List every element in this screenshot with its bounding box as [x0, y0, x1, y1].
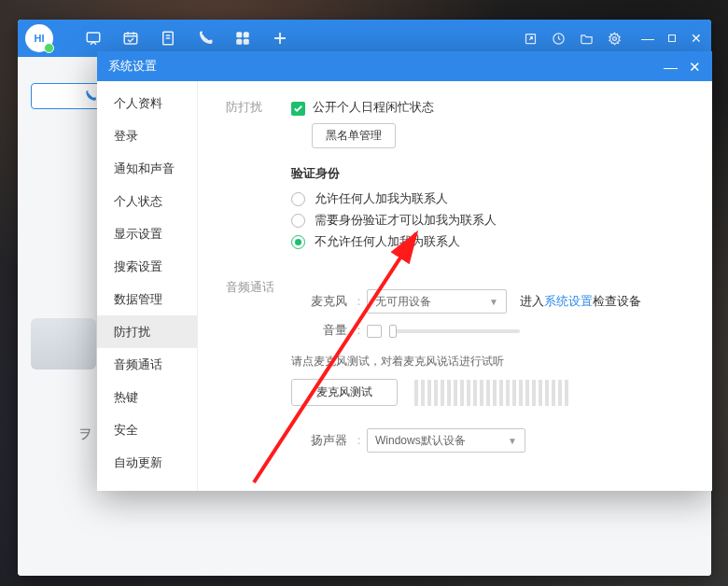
settings-titlebar: 系统设置 — ✕ [97, 51, 712, 81]
mic-label: 麦克风 [291, 294, 347, 310]
dialog-close-icon[interactable]: ✕ [689, 60, 701, 74]
radio-label: 不允许任何人加我为联系人 [315, 234, 460, 250]
public-busy-label: 公开个人日程闲忙状态 [313, 100, 434, 116]
public-busy-checkbox[interactable] [291, 102, 305, 116]
sidebar-item[interactable]: 显示设置 [97, 217, 197, 250]
radio-icon [291, 214, 305, 228]
radio-label: 需要身份验证才可以加我为联系人 [315, 213, 497, 229]
calendar-icon[interactable] [122, 30, 139, 47]
verify-radio-option[interactable]: 需要身份验证才可以加我为联系人 [291, 213, 690, 229]
speaker-select[interactable]: Windows默认设备 ▼ [367, 428, 525, 453]
chevron-down-icon: ▼ [489, 297, 498, 307]
volume-icon [367, 325, 382, 338]
volume-label: 音量 [291, 323, 347, 339]
section-label-dnd: 防打扰 [226, 100, 291, 116]
radio-icon [291, 192, 305, 206]
radio-icon [291, 235, 305, 249]
sidebar-item[interactable]: 数据管理 [97, 283, 197, 315]
goto-settings-link[interactable]: 系统设置 [544, 295, 593, 308]
mic-select[interactable]: 无可用设备 ▼ [367, 289, 507, 314]
sidebar-item[interactable]: 登录 [97, 119, 197, 152]
close-icon[interactable]: ✕ [689, 31, 704, 46]
speaker-label: 扬声器 [291, 433, 347, 449]
apps-icon[interactable] [234, 30, 251, 47]
sidebar-item[interactable]: 个人资料 [97, 87, 197, 119]
radio-label: 允许任何人加我为联系人 [315, 191, 448, 207]
verify-identity-title: 验证身份 [291, 165, 690, 182]
goto-settings-text: 进入系统设置检查设备 [520, 294, 641, 310]
verify-radio-option[interactable]: 不允许任何人加我为联系人 [291, 234, 690, 250]
mic-test-hint: 请点麦克风测试，对着麦克风说话进行试听 [291, 354, 690, 370]
settings-dialog: 系统设置 — ✕ 个人资料登录通知和声音个人状态显示设置搜索设置数据管理防打扰音… [97, 51, 712, 491]
sidebar-item[interactable]: 个人状态 [97, 185, 197, 217]
chat-icon[interactable] [85, 30, 102, 47]
folder-icon[interactable] [579, 31, 594, 46]
dialog-minimize-icon[interactable]: — [664, 60, 678, 74]
placeholder-text: ヲ [78, 426, 92, 443]
search-input[interactable] [31, 83, 105, 109]
settings-content: 防打扰 公开个人日程闲忙状态 黑名单管理 验证身份 允许任何人加我为联系人需要身… [198, 81, 712, 491]
svg-rect-5 [236, 39, 242, 45]
svg-point-9 [612, 36, 616, 40]
sidebar-item[interactable]: 音频通话 [97, 348, 197, 381]
chevron-down-icon: ▼ [508, 436, 517, 446]
section-label-audio: 音频通话 [226, 280, 291, 296]
sidebar-item[interactable]: 安全 [97, 413, 197, 446]
contact-avatar-placeholder [31, 318, 96, 370]
app-logo[interactable]: HI [25, 24, 53, 52]
svg-rect-1 [124, 34, 137, 44]
notes-icon[interactable] [160, 30, 176, 47]
phone-icon[interactable] [197, 30, 214, 47]
volume-slider-thumb[interactable] [389, 325, 397, 338]
plus-icon[interactable] [272, 30, 288, 47]
settings-title-text: 系统设置 [108, 58, 157, 75]
settings-sidebar: 个人资料登录通知和声音个人状态显示设置搜索设置数据管理防打扰音频通话热键安全自动… [97, 81, 198, 491]
history-icon[interactable] [551, 31, 566, 46]
popout-icon[interactable] [523, 31, 538, 46]
svg-rect-10 [669, 35, 676, 42]
gear-icon[interactable] [607, 31, 622, 46]
sidebar-item[interactable]: 通知和声音 [97, 152, 197, 185]
sidebar-item[interactable]: 热键 [97, 381, 197, 413]
volume-slider[interactable] [389, 329, 520, 333]
minimize-icon[interactable]: — [640, 31, 655, 46]
mic-level-meter [414, 380, 568, 406]
phone-icon [84, 90, 97, 103]
sidebar-item[interactable]: 自动更新 [97, 446, 197, 479]
sidebar-item[interactable]: 防打扰 [97, 315, 197, 348]
sidebar-item[interactable]: 搜索设置 [97, 250, 197, 283]
svg-rect-0 [87, 33, 100, 42]
svg-rect-6 [244, 39, 249, 45]
svg-rect-3 [236, 32, 242, 37]
verify-radio-option[interactable]: 允许任何人加我为联系人 [291, 191, 690, 207]
blacklist-button[interactable]: 黑名单管理 [312, 123, 396, 148]
mic-select-value: 无可用设备 [375, 294, 431, 310]
mic-test-button[interactable]: 麦克风测试 [291, 379, 398, 406]
speaker-select-value: Windows默认设备 [375, 433, 466, 449]
svg-rect-4 [244, 32, 249, 37]
maximize-icon[interactable] [665, 31, 679, 46]
